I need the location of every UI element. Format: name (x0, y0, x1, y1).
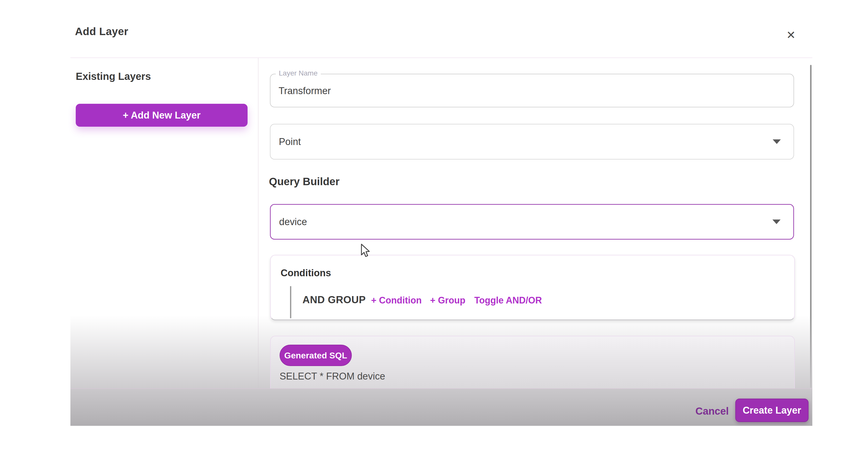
add-new-layer-button[interactable]: + Add New Layer (76, 104, 248, 127)
add-group-link[interactable]: + Group (430, 295, 465, 306)
toggle-and-or-link[interactable]: Toggle AND/OR (474, 295, 542, 306)
page-title: Add Layer (75, 25, 128, 38)
geometry-type-value: Point (279, 136, 773, 147)
and-group-label: AND GROUP (303, 294, 366, 305)
generated-sql-badge-label: Generated SQL (284, 351, 347, 360)
create-layer-button[interactable]: Create Layer (735, 399, 808, 422)
header-divider (70, 57, 812, 58)
table-select-value: device (279, 216, 772, 227)
chevron-down-icon (772, 220, 781, 224)
close-icon: ✕ (786, 30, 796, 41)
generated-sql-query: SELECT * FROM device (280, 371, 385, 382)
geometry-type-select[interactable]: Point (270, 124, 794, 159)
create-layer-label: Create Layer (743, 405, 801, 416)
layer-name-field[interactable] (270, 74, 794, 107)
query-builder-heading: Query Builder (269, 176, 340, 188)
conditions-heading: Conditions (281, 268, 331, 279)
chevron-down-icon (773, 139, 781, 144)
layer-name-label: Layer Name (276, 69, 321, 77)
conditions-panel (270, 255, 795, 320)
generated-sql-panel (270, 336, 795, 391)
cancel-button[interactable]: Cancel (692, 404, 732, 418)
layer-name-input[interactable] (278, 74, 762, 107)
group-indent-bar (290, 286, 291, 318)
generated-sql-badge: Generated SQL (280, 345, 352, 366)
mouse-cursor-icon (361, 244, 371, 259)
close-button[interactable]: ✕ (783, 27, 799, 43)
existing-layers-heading: Existing Layers (76, 71, 151, 82)
add-new-layer-label: + Add New Layer (123, 110, 200, 121)
add-condition-link[interactable]: + Condition (371, 295, 422, 306)
table-select[interactable]: device (270, 204, 794, 240)
